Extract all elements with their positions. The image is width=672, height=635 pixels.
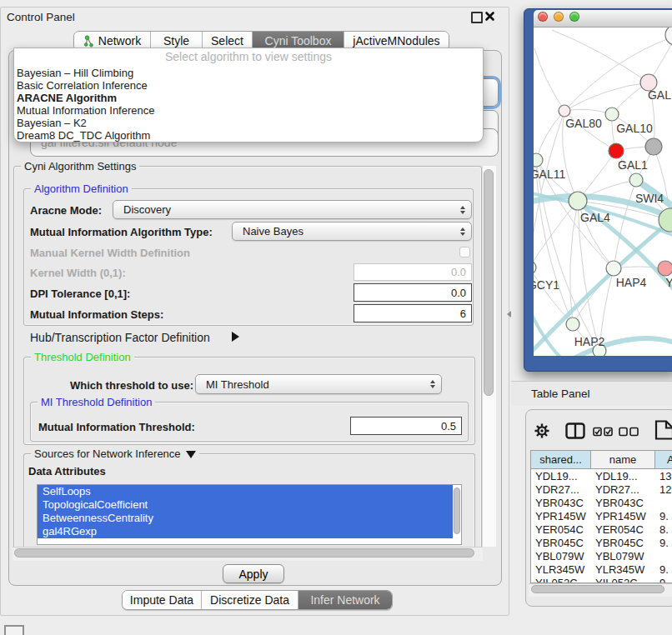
table-row[interactable]: YBR043CYBR043C (531, 496, 672, 509)
table-cell: YLR345W (591, 562, 655, 576)
table-cell: YDR27... (591, 482, 655, 496)
table-cell: YBL079W (531, 549, 591, 562)
table-cell: YBR045C (591, 536, 655, 549)
column-header-shared[interactable]: shared... (531, 451, 591, 468)
network-node[interactable] (559, 105, 570, 117)
which-threshold-combo[interactable]: MI Threshold (195, 374, 442, 394)
network-node[interactable] (629, 173, 643, 187)
mi-steps-field[interactable]: 6 (354, 304, 472, 322)
stepper-arrows-icon (460, 228, 465, 236)
gear-icon[interactable] (534, 422, 550, 439)
mi-threshold-value: 0.5 (441, 420, 456, 432)
table-row[interactable]: YPR145WYPR145W9. (531, 509, 672, 522)
network-node[interactable] (534, 261, 536, 274)
network-node[interactable] (566, 318, 579, 331)
table-cell (655, 496, 672, 509)
network-icon (83, 35, 94, 48)
data-attributes-list: SelfLoopsTopologicalCoefficientBetweenne… (37, 484, 462, 545)
columns-icon[interactable] (565, 422, 585, 439)
table-row[interactable]: YLR345WYLR345W9. (531, 562, 672, 576)
table-cell: YER054C (531, 522, 591, 536)
algorithm-option-basic-correlation-inference[interactable]: Basic Correlation Inference (14, 79, 483, 92)
attributes-scrollbar-thumb[interactable] (454, 488, 460, 534)
new-table-icon[interactable] (654, 419, 672, 441)
table-cell (655, 549, 672, 562)
close-icon[interactable] (484, 11, 495, 22)
close-traffic-light-icon[interactable] (538, 12, 548, 22)
table-cell: YDR27... (531, 482, 591, 496)
network-node[interactable] (665, 28, 672, 45)
manual-kernel-checkbox[interactable] (459, 247, 470, 258)
float-icon[interactable] (471, 12, 483, 23)
attribute-item-topologicalcoefficient[interactable]: TopologicalCoefficient (38, 498, 453, 512)
bottom-tab-discretize-data[interactable]: Discretize Data (201, 591, 298, 609)
tab-style-label: Style (163, 34, 189, 48)
algorithm-option-dream8-dc-tdc-algorithm[interactable]: Dream8 DC_TDC Algorithm (14, 129, 483, 142)
table-cell: 9 (655, 576, 672, 583)
network-node[interactable] (605, 108, 619, 121)
bottom-tab-impute-data[interactable]: Impute Data (123, 591, 201, 609)
select-all-checkboxes-icon[interactable] (593, 427, 613, 437)
network-node-label: HAP2 (574, 335, 605, 348)
network-node-label: SWI4 (635, 192, 664, 205)
network-canvas[interactable]: GALGAL80GAL10GAL1GAL11SWI4GAL4HAP4YGCY1H… (534, 28, 672, 356)
apply-button-label: Apply (238, 568, 268, 581)
table-row[interactable]: YBR045CYBR045C9. (531, 536, 672, 549)
algorithm-option-mutual-information-inference[interactable]: Mutual Information Inference (14, 104, 483, 117)
algorithm-option-bayesian-hill-climbing[interactable]: Bayesian – Hill Climbing (14, 67, 483, 79)
stepper-arrows-icon (460, 206, 465, 214)
column-header-a[interactable]: A (655, 451, 672, 468)
dpi-tolerance-field[interactable]: 0.0 (354, 283, 472, 302)
tab-select-label: Select (211, 34, 243, 48)
table-row[interactable]: YER054CYER054C8. (531, 522, 672, 536)
table-cell: 12 (655, 482, 672, 496)
collapse-arrow-icon[interactable] (186, 451, 196, 458)
network-node[interactable] (645, 138, 662, 155)
network-edge (564, 82, 649, 111)
table-cell: YPR145W (591, 509, 655, 522)
network-node[interactable] (606, 261, 621, 276)
network-node[interactable] (658, 261, 672, 276)
apply-button[interactable]: Apply (223, 564, 284, 583)
mi-type-combo[interactable]: Naive Bayes (232, 222, 472, 241)
divider-collapse-handle[interactable] (507, 311, 511, 318)
attribute-item-gal4rgexp[interactable]: gal4RGexp (38, 525, 453, 538)
deselect-all-checkboxes-icon[interactable] (619, 427, 639, 437)
network-node-label: GCY1 (534, 278, 559, 292)
zoom-traffic-light-icon[interactable] (569, 12, 579, 22)
network-node[interactable] (534, 153, 543, 167)
bottom-tab-discretize-data-label: Discretize Data (210, 593, 289, 607)
attribute-item-betweennesscentrality[interactable]: BetweennessCentrality (38, 512, 453, 525)
tab-network-label: Network (98, 34, 141, 48)
minimize-traffic-light-icon[interactable] (554, 12, 564, 22)
sources-title[interactable]: Sources for Network Inference (34, 448, 181, 460)
network-node-label: HAP4 (616, 276, 647, 289)
algorithm-option-aracne-algorithm[interactable]: ARACNE Algorithm (14, 92, 483, 104)
settings-hscroll-thumb[interactable] (14, 548, 474, 558)
table-row[interactable]: YDR27...YDR27...12 (531, 482, 672, 496)
table-row[interactable]: YIL052CYIL052C9 (531, 576, 672, 583)
stepper-arrows-icon (430, 380, 435, 388)
mi-threshold-label: Mutual Information Threshold: (38, 421, 195, 433)
attribute-item-selfloops[interactable]: SelfLoops (38, 485, 453, 498)
network-node[interactable] (569, 192, 587, 210)
table-hscroll-thumb[interactable] (531, 585, 664, 593)
control-panel-title: Control Panel (7, 11, 75, 23)
network-node[interactable] (609, 143, 624, 158)
table-row[interactable]: YDL19...YDL19...13 (531, 469, 672, 482)
settings-vscroll-thumb[interactable] (484, 169, 494, 396)
hub-section-label[interactable]: Hub/Transcription Factor Definition (30, 331, 210, 344)
mi-threshold-field[interactable]: 0.5 (350, 417, 462, 435)
data-attributes-label: Data Attributes (28, 465, 106, 478)
column-header-name[interactable]: name (591, 451, 655, 468)
expand-arrow-icon[interactable] (232, 332, 239, 342)
aracne-mode-combo[interactable]: Discovery (113, 200, 472, 219)
kernel-width-field[interactable]: 0.0 (354, 263, 472, 281)
table-row[interactable]: YBL079WYBL079W (531, 549, 672, 562)
table-cell: YDL19... (591, 469, 655, 482)
table-panel-title: Table Panel (531, 388, 590, 400)
algorithm-option-bayesian-k2[interactable]: Bayesian – K2 (14, 117, 483, 129)
table-cell: YDL19... (531, 469, 591, 482)
bottom-tab-infer-network[interactable]: Infer Network (298, 591, 392, 609)
docked-panel-icon[interactable] (4, 625, 24, 635)
